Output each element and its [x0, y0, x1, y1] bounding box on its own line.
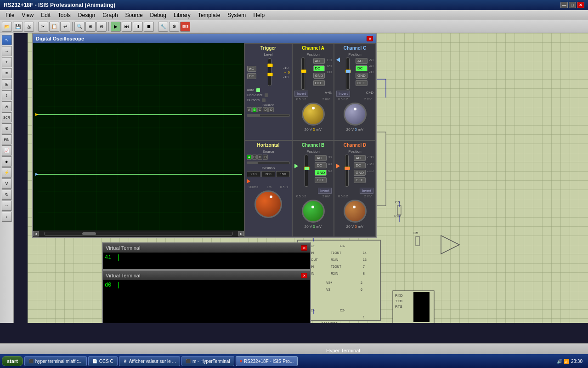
src-b[interactable]: B	[252, 107, 257, 112]
taskbar-item-isis[interactable]: ■ RS232+18F - ISIS Pro...	[236, 356, 298, 366]
oscilloscope-close-button[interactable]: ✕	[367, 36, 373, 41]
toolbar-run[interactable]: ▶	[111, 22, 121, 32]
menu-system[interactable]: System	[224, 11, 249, 19]
ch-d-knob[interactable]	[344, 200, 367, 223]
menu-graph[interactable]: Graph	[99, 11, 121, 19]
src-c[interactable]: C	[257, 107, 262, 112]
oscilloscope-titlebar[interactable]: Digital Oscilloscope ✕	[33, 34, 376, 43]
vterm2-content[interactable]: d0	[103, 280, 310, 323]
tool-text[interactable]: A	[2, 101, 12, 111]
menu-file[interactable]: File	[2, 11, 18, 19]
ch-c-off[interactable]: OFF	[356, 80, 368, 86]
h-src-a[interactable]: A	[247, 155, 252, 160]
maximize-button[interactable]: □	[569, 2, 576, 8]
ch-a-knob[interactable]	[302, 103, 325, 126]
toolbar-stop[interactable]: ⏹	[144, 22, 154, 32]
tool-terminals[interactable]: ⊛	[2, 123, 12, 133]
menu-help[interactable]: Help	[249, 11, 268, 19]
vterm1-content[interactable]: 41	[103, 253, 310, 269]
toolbar-btn-9[interactable]: ⊖	[96, 22, 107, 32]
menu-library[interactable]: Library	[170, 11, 194, 19]
ch-d-gnd[interactable]: GND	[354, 170, 366, 176]
scope-scrollbar[interactable]: ◄ ►	[33, 230, 244, 237]
ch-a-dc[interactable]: DC	[313, 65, 325, 71]
scope-display[interactable]: ◄ ►	[33, 43, 244, 237]
vterm1-close-button[interactable]: ✕	[301, 245, 307, 251]
toolbar-btn-4[interactable]: ✂	[38, 22, 48, 32]
minimize-button[interactable]: —	[560, 2, 568, 8]
toolbar-btn-2[interactable]: 💾	[13, 22, 23, 32]
ch-d-off[interactable]: OFF	[354, 177, 366, 183]
ch-a-plus-b[interactable]: A+B	[325, 91, 332, 97]
trigger-dc-btn[interactable]: DC	[247, 73, 256, 79]
schematic-canvas[interactable]: RXD TXD RTS CTS P1 DCD DSR RXD RTS TXD C…	[28, 33, 588, 323]
menu-edit[interactable]: Edit	[37, 11, 54, 19]
scroll-thumb[interactable]	[82, 232, 96, 235]
ch-a-invert[interactable]: Invert	[294, 91, 308, 97]
toolbar-pause[interactable]: ⏸	[133, 22, 143, 32]
ch-c-knob[interactable]	[344, 103, 367, 126]
tool-select[interactable]: ↖	[2, 35, 12, 45]
tool-generator[interactable]: ⚡	[2, 167, 12, 178]
tool-wire[interactable]: ≡	[2, 68, 12, 78]
menu-debug[interactable]: Debug	[147, 11, 170, 19]
trigger-ac-btn[interactable]: AC	[247, 66, 256, 72]
ch-b-ac[interactable]: AC	[315, 155, 327, 161]
start-button[interactable]: start	[2, 356, 23, 366]
channel-b-position-slider[interactable]	[305, 155, 308, 187]
scroll-left-button[interactable]: ◄	[33, 231, 39, 236]
h-src-d[interactable]: D	[263, 155, 268, 160]
menu-design[interactable]: Design	[74, 11, 99, 19]
h-src-b[interactable]: B	[252, 155, 257, 160]
taskbar-item-hyper[interactable]: ⬛ hyper terminal m'affic...	[24, 356, 87, 366]
src-d[interactable]: D	[263, 107, 268, 112]
toolbar-btn-1[interactable]: 📂	[2, 22, 12, 32]
ch-b-gnd[interactable]: GND	[315, 170, 327, 176]
channel-c-position-slider[interactable]	[346, 58, 350, 90]
tool-component[interactable]: →	[2, 46, 12, 56]
scroll-track[interactable]	[44, 232, 233, 236]
tool-tape[interactable]: ⏺	[2, 156, 12, 167]
menu-source[interactable]: Source	[122, 11, 147, 19]
toolbar-step[interactable]: ⏭	[122, 22, 132, 32]
tool-rotate[interactable]: ↻	[2, 190, 12, 200]
src-a[interactable]: A	[247, 107, 252, 112]
tool-probe[interactable]: ↕	[2, 90, 12, 100]
taskbar-item-ccs[interactable]: 📄 CCS C	[88, 356, 118, 366]
channel-d-position-slider[interactable]	[345, 155, 349, 187]
trigger-level-slider[interactable]	[268, 58, 271, 86]
ch-b-dc[interactable]: DC	[315, 162, 327, 168]
vterm1-titlebar[interactable]: Virtual Terminal ✕	[103, 243, 310, 253]
ch-a-off[interactable]: OFF	[313, 80, 325, 86]
close-button[interactable]: ✕	[577, 2, 584, 8]
h-src-c[interactable]: C	[257, 155, 262, 160]
ch-a-gnd[interactable]: GND	[313, 73, 325, 79]
ch-c-ac[interactable]: AC	[356, 58, 368, 64]
ch-d-dc[interactable]: DC	[354, 162, 366, 168]
tool-device-pins[interactable]: PIN	[2, 134, 12, 144]
menu-template[interactable]: Template	[194, 11, 224, 19]
menu-view[interactable]: View	[18, 11, 37, 19]
menu-tools[interactable]: Tools	[54, 11, 74, 19]
scroll-right-button[interactable]: ►	[238, 231, 244, 236]
ch-b-knob[interactable]	[302, 200, 325, 223]
ch-c-dc[interactable]: DC	[356, 65, 368, 71]
ch-c-gnd[interactable]: GND	[356, 73, 368, 79]
taskbar-item-hyperterminal[interactable]: ⬛ m - HyperTerminal	[181, 356, 234, 366]
ch-b-off[interactable]: OFF	[315, 177, 327, 183]
tool-junction[interactable]: +	[2, 57, 12, 67]
src-o[interactable]: O	[268, 107, 273, 112]
channel-a-position-slider[interactable]	[301, 58, 305, 90]
h-knob[interactable]	[254, 190, 282, 218]
ch-c-plus-d[interactable]: C+D	[366, 91, 373, 97]
toolbar-btn-12[interactable]: ISIS	[180, 22, 190, 32]
ch-b-invert[interactable]: Invert	[318, 188, 332, 194]
tool-mirror-v[interactable]: ↕	[2, 212, 12, 222]
toolbar-btn-8[interactable]: ⊕	[85, 22, 96, 32]
ch-d-ac[interactable]: AC	[354, 155, 366, 161]
tool-graph[interactable]: 📈	[2, 145, 12, 155]
tool-bus[interactable]: ⊞	[2, 79, 12, 89]
vterm2-close-button[interactable]: ✕	[301, 273, 307, 278]
toolbar-btn-11[interactable]: ⚙	[169, 22, 179, 32]
toolbar-btn-5[interactable]: 📋	[49, 22, 59, 32]
